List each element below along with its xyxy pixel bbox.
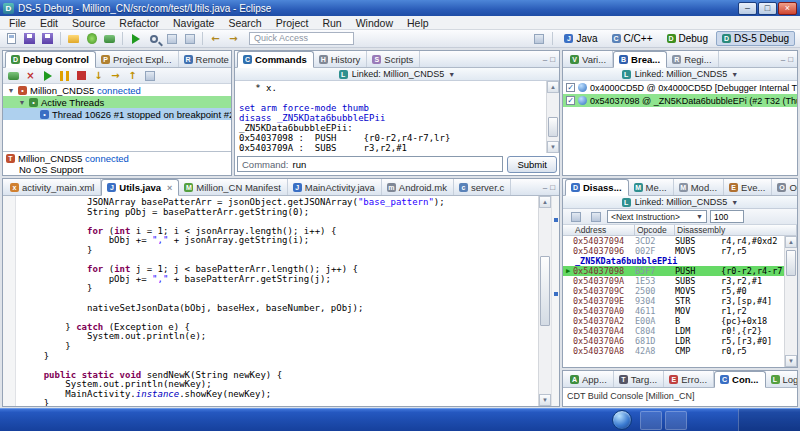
tab-regi[interactable]: RRegi... — [667, 51, 718, 67]
maximize-view-icon[interactable]: □ — [788, 55, 793, 64]
breakpoint-checkbox[interactable]: ✓ — [566, 96, 575, 105]
menu-project[interactable]: Project — [269, 17, 316, 29]
commands-output[interactable]: * x.set arm force-mode thumbdisass _ZN5K… — [235, 81, 546, 153]
editor-gutter[interactable] — [3, 196, 16, 406]
tab-history[interactable]: HHistory — [314, 51, 368, 67]
commands-linked-bar[interactable]: L Linked: Million_CNDS5 ▼ — [235, 68, 559, 81]
forward-icon[interactable]: → — [225, 31, 242, 46]
step-in-icon[interactable]: ↓ — [91, 69, 106, 83]
scroll-down-icon[interactable]: ▼ — [547, 141, 559, 153]
disassembly-row[interactable]: ▶0x54037098B5F7PUSH {r0-r2,r4-r7,lr} — [563, 266, 784, 276]
scroll-up-icon[interactable]: ▲ — [539, 196, 551, 208]
disconnect-icon[interactable]: × — [23, 69, 38, 83]
tab-utils-java[interactable]: JUtils.java× — [101, 179, 179, 196]
tab-remote-syst[interactable]: RRemote Syst... — [179, 51, 232, 67]
new-icon[interactable] — [3, 31, 20, 46]
run-icon[interactable] — [127, 31, 144, 46]
disassembly-row[interactable]: 0x540370943CD2SUBS r4,r4,#0xd2 — [563, 236, 784, 246]
breakpoint-row[interactable]: ✓0x54037098 @ _ZN5KData6bubbleEPi (#2 T3… — [563, 94, 797, 107]
tab-disass[interactable]: DDisass... — [565, 179, 629, 196]
disassembly-row[interactable]: 0x540370A842A8CMP r0,r5 — [563, 346, 784, 356]
save-all-icon[interactable] — [39, 31, 56, 46]
scroll-down-icon[interactable]: ▼ — [539, 394, 551, 406]
minimize-view-icon[interactable]: – — [543, 183, 547, 192]
connect-target-icon[interactable] — [101, 31, 118, 46]
disassembly-row[interactable]: 0x54037096002FMOVS r7,r5 — [563, 246, 784, 256]
step-out-icon[interactable]: ↑ — [125, 69, 140, 83]
breakpoint-row[interactable]: ✓0x4000CD5D @ 0x4000CD5D [Debugger Inter… — [563, 81, 797, 94]
tab-android-mk[interactable]: mAndroid.mk — [382, 179, 454, 195]
tab-log[interactable]: LLog... — [766, 371, 799, 387]
expand-icon[interactable]: ▼ — [7, 87, 15, 94]
taskbar-item[interactable] — [665, 411, 687, 430]
disassembly-row[interactable]: 0x540370A2E00AB {pc}+0x18 — [563, 316, 784, 326]
tab-eve[interactable]: EEve... — [724, 179, 772, 195]
perspective-c-c[interactable]: CC/C++ — [606, 31, 659, 46]
tab-outli[interactable]: OOutli... — [772, 179, 798, 195]
continue-icon[interactable] — [40, 69, 55, 83]
overview-ruler[interactable] — [551, 196, 559, 406]
instruction-count-input[interactable]: 100 — [710, 210, 744, 223]
disassembly-row[interactable]: 0x5403709C2500MOVS r5,#0 — [563, 286, 784, 296]
connect-icon[interactable] — [6, 69, 21, 83]
taskbar-item[interactable] — [640, 411, 662, 430]
debug-bug-icon[interactable] — [83, 31, 100, 46]
menu-source[interactable]: Source — [65, 17, 112, 29]
menu-refactor[interactable]: Refactor — [112, 17, 166, 29]
tab-million-cn-manifest[interactable]: MMillion_CN Manifest — [179, 179, 287, 195]
disassembly-row[interactable]: 0x5403709A1E53SUBS r3,r2,#1 — [563, 276, 784, 286]
commands-scrollbar[interactable]: ▲ ▼ — [546, 81, 559, 153]
code-editor[interactable]: JSONArray basePatterArr = jsonObject.get… — [16, 196, 538, 406]
tab-commands[interactable]: CCommands — [237, 51, 314, 68]
menu-edit[interactable]: Edit — [33, 17, 65, 29]
disassembly-row[interactable]: _ZN5KData6bubbleEPii — [563, 256, 784, 266]
scroll-up-icon[interactable]: ▲ — [785, 236, 797, 248]
debug-tree-row[interactable]: ▼•Million_CNDS5 connected — [3, 84, 231, 96]
disassembly-row[interactable]: 0x540370A04611MOV r1,r2 — [563, 306, 784, 316]
disassembly-row[interactable]: 0x5403709E9304STR r3,[sp,#4] — [563, 296, 784, 306]
view-menu-icon[interactable] — [142, 69, 157, 83]
breakpoints-linked-bar[interactable]: L Linked: Million_CNDS5 ▼ — [563, 68, 797, 81]
menu-run[interactable]: Run — [315, 17, 348, 29]
disassembly-scrollbar[interactable]: ▲ ▼ — [784, 236, 797, 367]
stop-icon[interactable] — [74, 69, 89, 83]
menu-search[interactable]: Search — [221, 17, 268, 29]
tab-project-expl[interactable]: PProject Expl... — [96, 51, 179, 67]
scroll-up-icon[interactable]: ▲ — [547, 81, 559, 93]
back-icon[interactable]: ← — [207, 31, 224, 46]
minimize-view-icon[interactable]: – — [781, 55, 785, 64]
close-icon[interactable]: × — [167, 183, 172, 193]
lock-view-icon[interactable] — [567, 209, 584, 224]
start-button[interactable] — [612, 410, 632, 430]
tab-erro[interactable]: EErro... — [664, 371, 714, 387]
breakpoint-checkbox[interactable]: ✓ — [566, 83, 575, 92]
tab-server-c[interactable]: cserver.c — [454, 179, 511, 195]
tab-me[interactable]: MMe... — [629, 179, 674, 195]
annotation-icon[interactable] — [181, 31, 198, 46]
tab-mainactivity-java[interactable]: JMainActivity.java — [288, 179, 382, 195]
maximize-view-icon[interactable]: □ — [550, 183, 555, 192]
disassembly-row[interactable]: 0x540370A4C804LDM r0!,{r2} — [563, 326, 784, 336]
tab-app[interactable]: AApp... — [565, 371, 614, 387]
quick-access-input[interactable]: Quick Access — [249, 32, 354, 45]
search-icon[interactable] — [145, 31, 162, 46]
editor-scrollbar[interactable]: ▲ ▼ — [538, 196, 551, 406]
disassembly-linked-bar[interactable]: L Linked: Million_CNDS5 ▼ — [563, 196, 797, 209]
column-opcode[interactable]: Opcode — [635, 225, 675, 235]
tab-debug-control[interactable]: DDebug Control — [5, 51, 96, 68]
perspective-debug[interactable]: DDebug — [661, 31, 714, 46]
tab-con[interactable]: CCon... — [714, 371, 765, 388]
minimize-button[interactable]: – — [738, 2, 757, 15]
scroll-down-icon[interactable]: ▼ — [785, 355, 797, 367]
debug-tree-row[interactable]: ▼•Active Threads — [3, 96, 231, 108]
minimize-view-icon[interactable]: – — [543, 55, 547, 64]
step-over-icon[interactable]: → — [108, 69, 123, 83]
menu-help[interactable]: Help — [400, 17, 436, 29]
perspective-java[interactable]: JJava — [558, 31, 603, 46]
menu-navigate[interactable]: Navigate — [166, 17, 221, 29]
disassembly-row[interactable]: 0x540370A6681DLDR r5,[r3,#0] — [563, 336, 784, 346]
maximize-view-icon[interactable]: □ — [550, 55, 555, 64]
interrupt-icon[interactable] — [57, 69, 72, 83]
folder-icon[interactable] — [65, 31, 82, 46]
column-disassembly[interactable]: Disassembly — [675, 225, 797, 235]
